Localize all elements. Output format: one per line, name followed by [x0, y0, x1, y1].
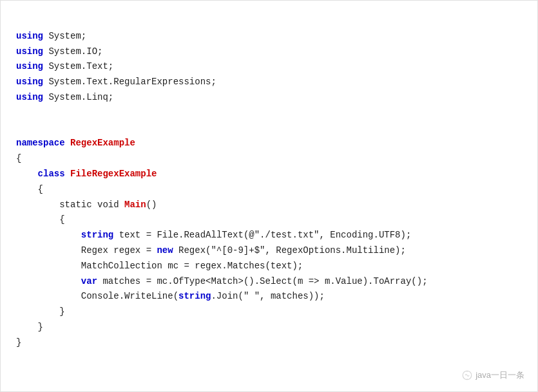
- line-code-3: MatchCollection mc = regex.Matches(text)…: [16, 261, 303, 271]
- method-name: Main: [124, 200, 146, 210]
- line-using-2: using System.IO;: [16, 46, 102, 57]
- line-namespace: namespace RegexExample: [16, 138, 135, 148]
- empty-line-1: [16, 106, 522, 121]
- line-using-5: using System.Linq;: [16, 92, 113, 102]
- watermark-text: java一日一条: [476, 369, 524, 381]
- keyword-var: var: [81, 276, 97, 286]
- line-code-2: Regex regex = new Regex("^[0-9]+$", Rege…: [16, 245, 406, 256]
- watermark: java一日一条: [461, 369, 524, 381]
- keyword-using-4: using: [16, 77, 43, 87]
- keyword-string-2: string: [178, 291, 211, 301]
- keyword-using-2: using: [16, 46, 43, 57]
- keyword-using-5: using: [16, 92, 43, 102]
- line-code-5: Console.WriteLine(string.Join(" ", match…: [16, 291, 325, 301]
- line-code-4: var matches = mc.OfType<Match>().Select(…: [16, 276, 428, 286]
- keyword-using-1: using: [16, 31, 43, 41]
- line-method: static void Main(): [16, 200, 157, 210]
- line-brace-3: {: [16, 214, 65, 225]
- line-brace-2: {: [16, 184, 43, 194]
- line-brace-4: }: [16, 306, 65, 317]
- namespace-name: RegexExample: [70, 138, 135, 148]
- line-brace-6: }: [16, 337, 21, 348]
- keyword-namespace: namespace: [16, 138, 65, 148]
- line-brace-1: {: [16, 153, 21, 163]
- keyword-new: new: [157, 245, 173, 256]
- watermark-icon: [461, 369, 473, 381]
- line-using-3: using System.Text;: [16, 61, 113, 71]
- code-block: using System; using System.IO; using Sys…: [16, 14, 522, 366]
- line-code-1: string text = File.ReadAllText(@"./test.…: [16, 230, 411, 240]
- code-container: using System; using System.IO; using Sys…: [0, 0, 538, 392]
- line-using-1: using System;: [16, 31, 86, 41]
- keyword-using-3: using: [16, 61, 43, 71]
- class-name: FileRegexExample: [70, 169, 157, 179]
- line-using-4: using System.Text.RegularExpressions;: [16, 77, 216, 87]
- line-class: class FileRegexExample: [16, 169, 157, 179]
- keyword-string-1: string: [81, 230, 113, 240]
- line-brace-5: }: [16, 322, 43, 332]
- keyword-class: class: [38, 169, 65, 179]
